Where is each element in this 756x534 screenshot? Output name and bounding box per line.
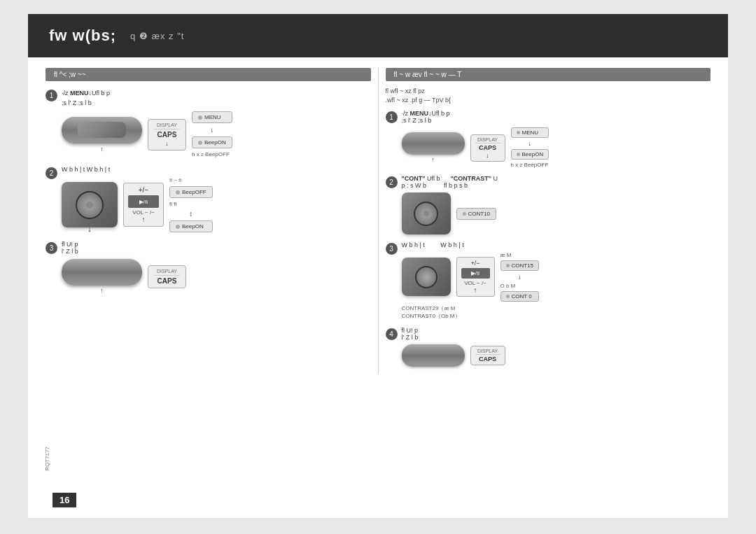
step-3-right-content: W b h | t W b h | t +/− ▶/II VOL − /− ↑ xyxy=(402,241,711,320)
step-2-right-text: "CONT" Ufl b "CONTRAST" U p : s W b fl b… xyxy=(402,175,711,189)
remote-device-1: ↑ xyxy=(62,117,142,153)
step-2-left-images: ↓ +/− ▶/II VOL − /− ↑ fi ~ fi BeepOFF xyxy=(62,177,371,232)
header-title: fw w(bs; xyxy=(49,27,116,45)
player-device-r2 xyxy=(402,192,451,234)
right-section-header: fl ~ w æv fl ~ ~ w — T xyxy=(386,68,711,81)
step-1-left-images: ↑ DISPLAY CAPS ↓ MENU ↓ BeepON xyxy=(62,111,371,157)
step-num-1-right: 1 xyxy=(386,111,398,123)
step-2-right-content: "CONT" Ufl b "CONTRAST" U p : s W b fl b… xyxy=(402,175,711,234)
step-1-right-text: ·/z MENU↓Ufl b p ;s l' Z ;s l b xyxy=(402,110,711,124)
player-device-2: ↓ xyxy=(62,182,118,227)
step-1-right-content: ·/z MENU↓Ufl b p ;s l' Z ;s l b ↑ DISPLA… xyxy=(402,110,711,168)
step-2-left-text: W b h | t W b h | t xyxy=(62,166,371,173)
page-number: 16 xyxy=(52,493,76,507)
step-3-right-text: W b h | t W b h | t xyxy=(402,241,711,248)
caps-label-3: CAPS xyxy=(154,277,180,285)
left-section: fl ^< ;w ~~ 1 ·/z MENU↓Ufl b p ;s l' Z ;… xyxy=(38,64,378,377)
step-num-4-right: 4 xyxy=(386,328,398,340)
left-section-header: fl ^< ;w ~~ xyxy=(46,68,371,81)
step-1-left-btns: MENU ↓ BeepON h x z BeepOFF xyxy=(192,111,232,157)
step-3-left-images: ↑ DISPLAY CAPS xyxy=(62,259,371,294)
step-1-right: 1 ·/z MENU↓Ufl b p ;s l' Z ;s l b ↑ DISP… xyxy=(386,110,711,168)
step-3-left: 3 fl U! pl' Z l b ↑ DISPLAY CAPS xyxy=(46,241,371,294)
display-caps-3: DISPLAY CAPS xyxy=(148,265,186,288)
display-label: DISPLAY xyxy=(154,122,180,129)
ae-m-label: æ M xyxy=(500,252,540,258)
remote-device-r1: ↑ xyxy=(402,132,465,163)
cont0-btn: CONT 0 xyxy=(500,291,540,302)
step-4-right-text: fl U! pl' Z l b xyxy=(402,327,711,341)
step-num-2-right: 2 xyxy=(386,176,398,188)
right-step1-btns: MENU ↓ BeepON h x z BeepOFF xyxy=(511,127,550,168)
menu-btn-r1: MENU xyxy=(511,127,550,138)
main-content: fl ^< ;w ~~ 1 ·/z MENU↓Ufl b p ;s l' Z ;… xyxy=(28,57,728,398)
vol-control: +/− ▶/II VOL − /− ↑ xyxy=(123,183,164,227)
vol-control-r3: +/− ▶/II VOL − /− ↑ xyxy=(456,257,495,297)
header-subtitle: q ❷ æx z "t xyxy=(130,31,184,41)
cont10-btn: CONT10 xyxy=(456,208,497,220)
step-1-left-text: ·/z MENU↓Ufl b p ;s l' Z ;s l b xyxy=(62,88,371,107)
beepon-btn-r1: BeepON xyxy=(511,149,550,160)
page: fw w(bs; q ❷ æx z "t fl ^< ;w ~~ 1 ·/z M… xyxy=(28,14,728,518)
menu-btn: MENU xyxy=(192,111,232,123)
beepoff-btn: BeepOFF xyxy=(169,186,213,198)
step-2-left-content: W b h | t W b h | t ↓ +/− ▶ xyxy=(62,166,371,232)
step-1-left-content: ·/z MENU↓Ufl b p ;s l' Z ;s l b ↑ xyxy=(62,88,371,157)
step-4-right-content: fl U! pl' Z l b DISPLAY CAPS xyxy=(402,327,711,367)
player-device-r3 xyxy=(402,258,451,296)
step-4-right: 4 fl U! pl' Z l b DISPLAY CAPS xyxy=(386,327,711,367)
right-section: fl ~ w æv fl ~ ~ w — T fl wfl ~ xz fl pz… xyxy=(379,64,718,377)
remote-device-3: ↑ xyxy=(62,259,142,294)
note-beepoff-r1: h x z BeepOFF xyxy=(511,162,550,168)
display-caps-r1: DISPLAY CAPS ↓ xyxy=(470,134,505,162)
step-3-left-content: fl U! pl' Z l b ↑ DISPLAY CAPS xyxy=(62,241,371,294)
step-2-right: 2 "CONT" Ufl b "CONTRAST" U p : s W b fl… xyxy=(386,175,711,234)
ob-m-label: O b M xyxy=(500,283,540,289)
step-1-left: 1 ·/z MENU↓Ufl b p ;s l' Z ;s l b ↑ xyxy=(46,88,371,157)
step-num-3-right: 3 xyxy=(386,243,398,255)
step-num-1-left: 1 xyxy=(46,90,57,101)
step-2-right-btns: fi ~ fi BeepOFF fi fl ↕ BeepON xyxy=(169,177,213,232)
remote-device-r4 xyxy=(402,344,465,367)
step-3-left-text: fl U! pl' Z l b xyxy=(62,241,371,255)
step-2-left: 2 W b h | t W b h | t ↓ xyxy=(46,166,371,232)
cont15-btn: CONT15 xyxy=(500,260,540,271)
right-intro-text: fl wfl ~ xz fl pz .wfl ~ xz .pf g — TpV … xyxy=(386,87,711,104)
contrast-notes: CONTRAST29（æ MCONTRAST0（Ob M） xyxy=(402,304,711,320)
beepon2-btn: BeepON xyxy=(169,220,213,232)
display-caps-1: DISPLAY CAPS ↓ xyxy=(148,119,186,150)
step-3-right-info: æ M CONT15 ↓ O b M CONT 0 xyxy=(500,252,540,302)
step-num-2-left: 2 xyxy=(46,167,57,179)
beepon-btn: BeepON xyxy=(192,136,232,148)
caps-label: CAPS xyxy=(154,131,180,139)
step-3-right: 3 W b h | t W b h | t +/− ▶/II VOL − /− … xyxy=(386,241,711,320)
note-beepon: h x z BeepOFF xyxy=(192,151,232,157)
display-caps-r4: DISPLAY CAPS xyxy=(470,346,505,365)
side-label: RQT7177 xyxy=(44,447,50,471)
header-bar: fw w(bs; q ❷ æx z "t xyxy=(28,14,728,57)
step-num-3-left: 3 xyxy=(46,242,57,254)
